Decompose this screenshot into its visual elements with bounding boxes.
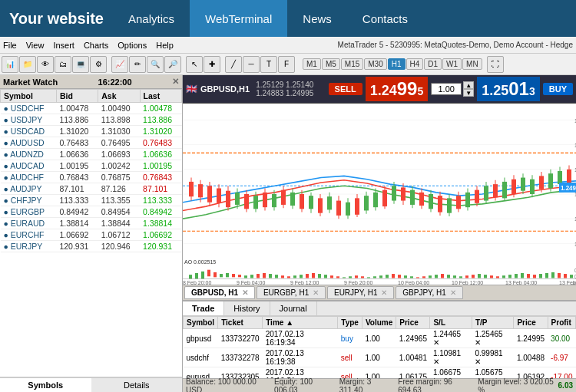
- tb-text[interactable]: T: [260, 56, 277, 73]
- market-watch-row[interactable]: ● USDCAD 1.31020 1.31030 1.31020: [1, 126, 182, 137]
- tb-objects[interactable]: ✏: [129, 56, 146, 73]
- tf-h1[interactable]: H1: [388, 58, 406, 70]
- svg-rect-172: [570, 275, 573, 278]
- lot-decrease[interactable]: ▼: [463, 89, 474, 97]
- bottom-tab-journal[interactable]: Journal: [270, 301, 317, 315]
- tb-hline[interactable]: ─: [243, 56, 260, 73]
- svg-text:13 Feb 04:00: 13 Feb 04:00: [505, 279, 537, 285]
- tb-marketwatch[interactable]: 👁: [37, 56, 54, 73]
- chart-tab-gbpusd[interactable]: GBPUSD, H1 ✕: [184, 286, 255, 299]
- tf-w1[interactable]: W1: [442, 58, 462, 70]
- chart-svg: 1.26173 1.25817 1.25461 1.25105 1.24749 …: [183, 104, 576, 285]
- chart-tab-eurgbp[interactable]: EURGBP, H1 ✕: [257, 286, 326, 299]
- chart-tab-gbpjpy[interactable]: GBPJPY, H1 ✕: [396, 286, 462, 299]
- menu-view[interactable]: View: [26, 41, 45, 50]
- status-margin-level: Margin level: 3 020.05 %: [478, 377, 558, 393]
- tf-m15[interactable]: M15: [341, 58, 363, 70]
- mw-tab-details[interactable]: Details: [91, 377, 183, 392]
- buy-price-fraction: 3: [529, 85, 535, 97]
- close-eurgbp-tab[interactable]: ✕: [313, 288, 319, 297]
- tf-d1[interactable]: D1: [424, 58, 442, 70]
- mw-last: 0.84942: [140, 206, 181, 218]
- status-total-profit: 6.03: [558, 381, 573, 390]
- tb-profiles[interactable]: 📁: [19, 56, 36, 73]
- tf-m1[interactable]: M1: [303, 58, 321, 70]
- menu-options[interactable]: Options: [118, 41, 147, 50]
- menu-file[interactable]: File: [3, 41, 17, 50]
- menu-help[interactable]: Help: [156, 41, 174, 50]
- mw-bid: 0.76843: [56, 172, 98, 183]
- tf-m30[interactable]: M30: [364, 58, 386, 70]
- market-watch-row[interactable]: ● AUDCHF 0.76843 0.76875 0.76843: [1, 172, 182, 183]
- mw-ask: 1.38844: [98, 218, 140, 229]
- bottom-tab-history[interactable]: History: [224, 301, 270, 315]
- menu-insert[interactable]: Insert: [53, 41, 74, 50]
- menu-charts[interactable]: Charts: [84, 41, 108, 50]
- buy-button[interactable]: BUY: [543, 83, 573, 95]
- tb-zoom-out[interactable]: 🔎: [164, 56, 181, 73]
- tb-terminal[interactable]: 💻: [72, 56, 89, 73]
- nav-webterminal[interactable]: WebTerminal: [190, 0, 287, 37]
- lot-increase[interactable]: ▲: [463, 81, 474, 89]
- mw-ask: 0.76875: [98, 172, 140, 183]
- mw-ask: 1.06693: [98, 149, 140, 160]
- svg-text:8 Feb 20:00: 8 Feb 20:00: [183, 279, 211, 285]
- tf-h4[interactable]: H4: [406, 58, 424, 70]
- nav-analytics[interactable]: Analytics: [113, 0, 190, 37]
- svg-rect-116: [226, 273, 229, 277]
- tb-cursor[interactable]: ↖: [186, 56, 203, 73]
- market-watch-row[interactable]: ● USDCHF 1.00478 1.00490 1.00478: [1, 103, 182, 114]
- tb-zoom-in[interactable]: 🔍: [147, 56, 164, 73]
- close-gbpjpy-tab[interactable]: ✕: [450, 288, 456, 297]
- svg-rect-129: [306, 274, 309, 278]
- bottom-tab-trade[interactable]: Trade: [183, 301, 224, 315]
- market-watch-close[interactable]: ✕: [172, 77, 179, 87]
- trade-row[interactable]: usdchf 133732278 2017.02.13 16:19:38 sel…: [184, 348, 576, 367]
- svg-rect-145: [404, 275, 407, 278]
- market-watch-time: 16:22:00: [98, 77, 132, 87]
- tb-new-chart[interactable]: 📊: [2, 56, 18, 73]
- market-watch-row[interactable]: ● AUDNZD 1.06636 1.06693 1.06636: [1, 149, 182, 160]
- svg-rect-138: [361, 276, 364, 278]
- chart-tab-eurjpy[interactable]: EURJPY, H1 ✕: [327, 286, 394, 299]
- close-gbpusd-tab[interactable]: ✕: [242, 288, 248, 297]
- market-watch-row[interactable]: ● EURCHF 1.06692 1.06712 1.06692: [1, 229, 182, 241]
- lot-input[interactable]: [431, 83, 462, 95]
- tb-navigator[interactable]: 🗂: [55, 56, 71, 73]
- trades-col-current-price: Price: [514, 317, 548, 329]
- market-watch-row[interactable]: ● CHFJPY 113.333 113.355 113.333: [1, 195, 182, 206]
- close-eurjpy-tab[interactable]: ✕: [381, 288, 387, 297]
- tb-crosshair[interactable]: ✚: [204, 56, 220, 73]
- market-watch-title: Market Watch: [3, 77, 58, 87]
- trades-col-tp: T/P: [472, 317, 514, 329]
- market-watch-row[interactable]: ● AUDCAD 1.00195 1.00242 1.00195: [1, 160, 182, 172]
- nav-contacts[interactable]: Contacts: [347, 0, 423, 37]
- tb-strategy-tester[interactable]: ⚙: [90, 56, 107, 73]
- market-watch-row[interactable]: ● USDJPY 113.886 113.898 113.886: [1, 114, 182, 126]
- chart-canvas[interactable]: 1.26173 1.25817 1.25461 1.25105 1.24749 …: [183, 104, 576, 285]
- nav-news[interactable]: News: [287, 0, 347, 37]
- tf-m5[interactable]: M5: [322, 58, 340, 70]
- market-watch-row[interactable]: ● EURJPY 120.931 120.946 120.931: [1, 241, 182, 252]
- market-watch-row[interactable]: ● AUDJPY 87.101 87.126 87.101: [1, 183, 182, 195]
- trade-row[interactable]: gbpusd 133732270 2017.02.13 16:19:34 buy…: [184, 329, 576, 348]
- tb-indicators[interactable]: 📈: [111, 56, 128, 73]
- svg-rect-110: [189, 275, 192, 278]
- tb-line[interactable]: ╱: [225, 56, 242, 73]
- svg-rect-154: [459, 276, 462, 278]
- svg-rect-131: [318, 274, 321, 278]
- market-watch-row[interactable]: ● EURAUD 1.38814 1.38844 1.38814: [1, 218, 182, 229]
- trades-col-volume: Volume: [362, 317, 396, 329]
- trade-time: 2017.02.13 16:19:38: [263, 348, 338, 367]
- tb-fibretracement[interactable]: F: [278, 56, 295, 73]
- sell-price-pips: 99: [397, 78, 418, 100]
- tb-fullscreen[interactable]: ⛶: [487, 56, 504, 73]
- svg-rect-159: [490, 275, 493, 278]
- sell-button[interactable]: SELL: [329, 83, 362, 95]
- mw-tab-symbols[interactable]: Symbols: [0, 377, 91, 392]
- market-watch-row[interactable]: ● AUDUSD 0.76483 0.76495 0.76483: [1, 137, 182, 149]
- market-watch-row[interactable]: ● EURGBP 0.84942 0.84954 0.84942: [1, 206, 182, 218]
- svg-rect-119: [244, 275, 247, 278]
- tf-mn[interactable]: MN: [462, 58, 482, 70]
- mw-symbol: ● AUDJPY: [1, 183, 57, 195]
